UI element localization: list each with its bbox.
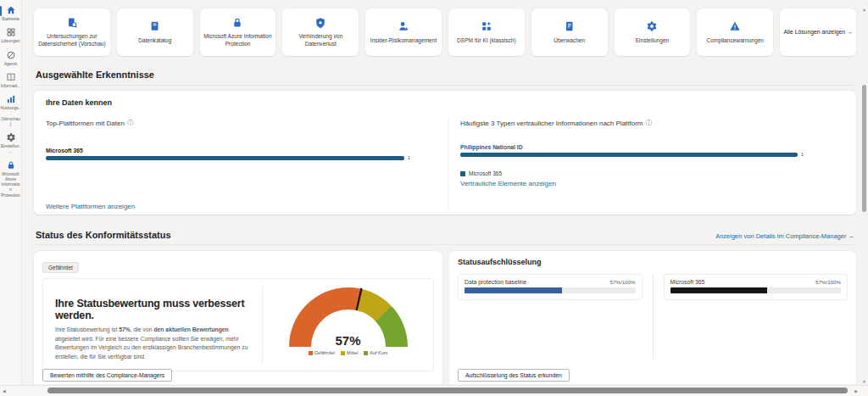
vertical-scrollbar-thumb[interactable] xyxy=(862,85,866,212)
more-platforms-link[interactable]: Weitere Plattformen anzeigen xyxy=(46,203,422,210)
card-label: Insider-Risikomanagement xyxy=(370,37,437,44)
doc-search-icon xyxy=(66,17,78,31)
dspm-sparkle-icon xyxy=(481,20,492,34)
platform-bar-chart: Microsoft 365 1 xyxy=(46,148,422,160)
warning-triangle-icon xyxy=(729,20,741,34)
show-all-solutions-card[interactable]: Alle Lösungen anzeigen → xyxy=(780,8,856,56)
scroll-down-arrow[interactable]: ▼ xyxy=(862,379,866,384)
sidebar-item-label: Lösungen xyxy=(1,38,21,43)
card-compliance-alerts[interactable]: Compliancewarnungen xyxy=(697,8,773,56)
card-dspm-for-ai[interactable]: DSPM für KI (klassisch) xyxy=(448,8,525,56)
chart-legend: Microsoft 365 xyxy=(460,170,844,176)
solution-cards-row: Untersuchungen zur Datensicherheit (Vors… xyxy=(34,8,856,56)
bar-fill xyxy=(46,156,404,160)
card-label: Datenkatalog xyxy=(138,37,171,44)
card-label: Einstellungen xyxy=(636,37,670,44)
card-label: Microsoft Azure Information Protection xyxy=(203,33,273,47)
sidebar-item-home[interactable]: Startseite xyxy=(0,5,21,21)
card-label: Überwachen xyxy=(554,37,585,44)
audit-doc-icon xyxy=(564,20,576,34)
compliance-score-card: Gefährdet Ihre Statusbewertung muss verb… xyxy=(34,251,442,384)
compliance-section-heading: Status des Konformitätsstatus xyxy=(36,230,171,240)
bar-label: Microsoft 365 xyxy=(46,148,422,153)
card-insider-risk-management[interactable]: Insider-Risikomanagement xyxy=(365,8,442,56)
legend-swatch xyxy=(460,171,465,176)
progress-track xyxy=(465,287,636,293)
progress-fill xyxy=(670,287,768,293)
person-risk-icon xyxy=(398,20,409,34)
progress-fill xyxy=(465,287,562,293)
bar-label: Philippines National ID xyxy=(460,144,844,150)
score-panel: Ihre Statusbewertung muss verbessert wer… xyxy=(42,278,434,371)
usage-chart-icon xyxy=(6,94,16,104)
progress-label: Data protection baseline xyxy=(465,279,526,285)
compliance-manager-button[interactable]: Bewerten mithilfe des Compliance-Manager… xyxy=(42,369,172,382)
sidebar-item-azure-information-protection[interactable]: Microsoft Azure Information Protection xyxy=(0,160,21,198)
progress-track xyxy=(670,287,842,293)
breakdown-title: Statusaufschlüsselung xyxy=(458,258,848,266)
compliance-manager-details-link[interactable]: Anzeigen von Details im Compliance-Manag… xyxy=(715,232,854,240)
legend-label: Microsoft 365 xyxy=(469,170,502,176)
breakdown-col-baseline: Data protection baseline 57%/100% xyxy=(458,274,643,359)
scroll-left-arrow[interactable]: ◀ xyxy=(3,388,6,393)
card-audit[interactable]: Überwachen xyxy=(531,8,608,56)
progress-value: 57%/100% xyxy=(815,279,841,285)
status-badge: Gefährdet xyxy=(42,262,79,273)
sidebar-item-information[interactable]: Informati... xyxy=(0,72,21,88)
score-title: Ihre Statusbewertung muss verbessert wer… xyxy=(55,298,253,321)
column-divider xyxy=(653,274,654,359)
sensitive-items-link[interactable]: Vertrauliche Elemente anzeigen xyxy=(460,180,844,187)
card-label: Verhinderung von Datenverlust xyxy=(286,33,355,47)
home-icon xyxy=(6,5,16,15)
info-icon[interactable]: ⓘ xyxy=(127,119,134,127)
horizontal-scrollbar-thumb[interactable] xyxy=(47,388,848,393)
progress-value: 57%/100% xyxy=(610,279,636,285)
agents-icon xyxy=(6,50,16,60)
card-data-security-investigations[interactable]: Untersuchungen zur Datensicherheit (Vors… xyxy=(34,8,110,56)
sidebar-item-label: Agents xyxy=(1,61,21,66)
know-your-data-card: Ihre Daten kennen Top-Plattformen mit Da… xyxy=(34,91,856,215)
lock-icon xyxy=(6,160,16,170)
card-data-loss-prevention[interactable]: Verhinderung von Datenverlust xyxy=(282,8,359,56)
scroll-up-arrow[interactable]: ▲ xyxy=(862,7,866,12)
bar-track xyxy=(460,153,798,157)
lock-icon xyxy=(231,17,243,31)
sidebar-item-label: Informati... xyxy=(1,83,21,88)
gear-icon xyxy=(6,132,16,142)
compliance-section-header: Status des Konformitätsstatus Anzeigen v… xyxy=(36,230,854,245)
main-content: Untersuchungen zur Datensicherheit (Vors… xyxy=(22,0,860,384)
explore-breakdown-button[interactable]: Aufschlüsselung des Status erkunden xyxy=(458,369,570,382)
sidebar-item-agents[interactable]: Agents xyxy=(0,50,21,66)
bar-fill xyxy=(460,153,798,157)
legend-label: Auf Kurs xyxy=(370,350,387,355)
card-data-catalog[interactable]: Datenkatalog xyxy=(117,8,193,56)
sidebar-item-settings[interactable]: Einstellun... xyxy=(0,132,21,154)
sidebar-item-label: Microsoft Azure Information Protection xyxy=(1,171,21,198)
left-sidebar: Startseite Lösungen Agents Informati... … xyxy=(0,0,22,396)
card-label: Untersuchungen zur Datensicherheit (Vors… xyxy=(37,33,107,47)
bar-track xyxy=(46,156,404,160)
legend-swatch xyxy=(309,351,313,355)
sidebar-item-label: Nutzungs... (Vorschau) xyxy=(1,105,21,126)
dlp-shield-icon xyxy=(314,17,326,31)
bar-value: 1 xyxy=(801,152,804,157)
sensitive-info-column: Häufigste 3 Typen vertraulicher Informat… xyxy=(448,119,844,210)
card-azure-information-protection[interactable]: Microsoft Azure Information Protection xyxy=(200,8,276,56)
card-label: Compliancewarnungen xyxy=(707,37,764,44)
horizontal-scrollbar[interactable]: ◀ ▶ xyxy=(0,385,868,396)
sidebar-item-usage[interactable]: Nutzungs... (Vorschau) xyxy=(0,94,21,126)
book-icon xyxy=(6,72,16,82)
card-label: DSPM für KI (klassisch) xyxy=(457,37,516,44)
gauge-value: 57% xyxy=(289,333,408,347)
card-label: Alle Lösungen anzeigen → xyxy=(783,29,852,36)
score-gauge: 57% 0 100 Gefährdet Mittel Auf Kurs xyxy=(263,279,433,371)
chart-title: Häufigste 3 Typen vertraulicher Informat… xyxy=(460,120,643,127)
scroll-right-arrow[interactable]: ▶ xyxy=(854,388,858,393)
info-icon[interactable]: ⓘ xyxy=(646,119,653,127)
card-title: Ihre Daten kennen xyxy=(46,98,844,107)
status-breakdown-card: Statusaufschlüsselung Data protection ba… xyxy=(449,251,856,384)
breakdown-col-m365: Microsoft 365 57%/100% xyxy=(664,274,849,359)
sidebar-item-solutions[interactable]: Lösungen xyxy=(0,27,21,43)
card-settings[interactable]: Einstellungen xyxy=(615,8,691,56)
score-description: Ihre Statusbewertung ist 57%, die von de… xyxy=(55,326,253,361)
